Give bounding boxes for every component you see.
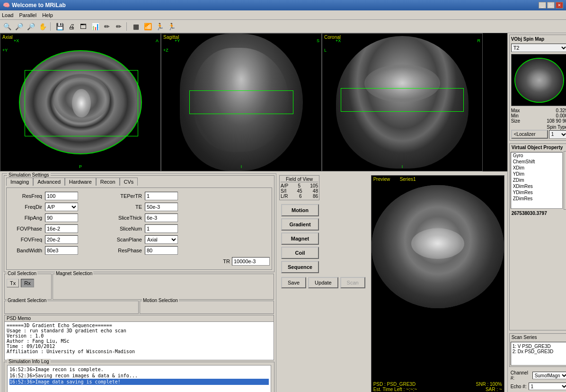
preview-area: Preview Series1: [369, 173, 506, 392]
edit2-icon[interactable]: ✏: [114, 21, 124, 32]
coil-tx-button[interactable]: Tx: [7, 279, 19, 287]
fovfreq-input[interactable]: [45, 235, 78, 244]
scan-series-item-0[interactable]: 1: V PSD_GRE3D: [513, 344, 566, 349]
middle-area: Field of View A/P 5 105 S/I 45: [278, 171, 507, 392]
gradient-button[interactable]: Gradient: [281, 218, 319, 231]
scan-series-title: Scan Series: [510, 334, 566, 341]
echo-row: Echo #: 1: [509, 382, 566, 391]
prop-ydimres[interactable]: YDimRes: [511, 189, 562, 196]
slicethick-input[interactable]: [145, 214, 178, 222]
te-input[interactable]: [145, 203, 178, 211]
save-icon[interactable]: 💾: [54, 21, 65, 32]
zoom-in-icon[interactable]: 🔍: [2, 21, 12, 32]
psd-memo-title: PSD Memo: [5, 315, 274, 322]
vobj-spin-map-panel: VObj Spin Map T1 T2 T2* PD Max 0.329 Min: [509, 35, 566, 141]
bandwidth-label: BandWidth: [9, 248, 44, 253]
chart-icon[interactable]: 📊: [90, 21, 100, 32]
prop-list[interactable]: Gyro ChemShift XDim YDim ZDim XDimRes YD…: [511, 152, 563, 209]
magnet-button[interactable]: Magnet: [281, 232, 319, 245]
prop-scrollbar[interactable]: [564, 151, 566, 210]
vobj-title: VObj Spin Map: [511, 36, 566, 42]
preview-est-time: Est. Time Left : ~:~:~: [373, 387, 417, 392]
freqdir-select[interactable]: A/PR/LS/I: [45, 203, 78, 211]
menu-load[interactable]: Load: [2, 12, 13, 18]
psd-line-1: Usage : run standard 3D gradient echo sc…: [7, 328, 272, 333]
tab-hardware[interactable]: Hardware: [65, 178, 96, 186]
menu-help[interactable]: Help: [42, 12, 53, 18]
scan-button[interactable]: Scan: [340, 277, 365, 288]
tab-recon[interactable]: Recon: [96, 178, 120, 186]
vobj-property-title: Virtual Object Property: [510, 144, 566, 151]
fovphase-input[interactable]: [45, 224, 78, 233]
signal-icon[interactable]: 📶: [142, 21, 153, 32]
tr-input[interactable]: [232, 257, 270, 266]
channel-select[interactable]: SumofMagn Real Imaginary: [532, 372, 566, 379]
scan-series-item-1[interactable]: 2: Dx PSD_GRE3D: [513, 349, 566, 354]
resfreq-input[interactable]: [45, 192, 78, 200]
sagittal-axis-s: S: [317, 38, 319, 43]
localizer-button[interactable]: <Localizer: [511, 130, 548, 139]
tab-cvs[interactable]: CVs: [120, 178, 138, 186]
right-panel: VObj Spin Map T1 T2 T2* PD Max 0.329 Min: [507, 33, 566, 392]
prop-xdimres[interactable]: XDimRes: [511, 183, 562, 189]
echo-select[interactable]: 1: [529, 383, 566, 390]
fov-ap-v2: 105: [310, 183, 318, 188]
fov-ap-label: A/P: [281, 183, 288, 188]
prop-zdim[interactable]: ZDim: [511, 177, 562, 183]
print-icon[interactable]: 🖨: [66, 21, 77, 32]
scanplane-label: ScanPlane: [99, 237, 144, 242]
vobj-size-label: Size: [511, 118, 520, 124]
menu-parallel[interactable]: Parallel: [19, 12, 36, 18]
psd-line-5: Affiliation : University of Wisconsin-Ma…: [7, 349, 272, 354]
coil-button[interactable]: Coil: [281, 247, 319, 259]
vobj-select[interactable]: T1 T2 T2* PD: [511, 44, 566, 52]
coronal-viewer[interactable]: Coronal +X R L I: [322, 33, 483, 171]
grid-icon[interactable]: ▦: [131, 21, 141, 32]
pan-icon[interactable]: ✋: [37, 21, 48, 32]
slicenum-input[interactable]: [145, 224, 178, 233]
update-button[interactable]: Update: [308, 277, 338, 288]
prop-zdimres[interactable]: ZDimRes: [511, 196, 562, 202]
zoom-out-icon[interactable]: 🔎: [14, 21, 24, 32]
vobj-max-label: Max: [511, 108, 520, 113]
tab-imaging[interactable]: Imaging: [6, 178, 33, 186]
resphase-input[interactable]: [145, 246, 178, 255]
prop-ydim[interactable]: YDim: [511, 171, 562, 177]
run-icon[interactable]: 🏃: [154, 21, 165, 32]
simulation-info-log-title: Simulation Info Log: [7, 359, 51, 364]
log-line-0: 16:52:36>Image recon is complete.: [9, 366, 269, 373]
prop-chemshift[interactable]: ChemShift: [511, 159, 562, 165]
minimize-button[interactable]: _: [539, 2, 546, 9]
simulation-info-log-group: Simulation Info Log 16:52:36>Image recon…: [4, 362, 274, 392]
fov-lr-label: L/R: [281, 194, 288, 199]
prop-value-display: 267538030.3797: [510, 210, 566, 217]
sequence-button[interactable]: Sequence: [281, 261, 319, 273]
motion-button[interactable]: Motion: [281, 204, 319, 216]
close-button[interactable]: ✕: [556, 2, 563, 9]
vobj-max-row: Max 0.329: [511, 108, 566, 113]
bandwidth-input[interactable]: [45, 246, 78, 255]
maximize-button[interactable]: □: [547, 2, 555, 9]
scanplane-select[interactable]: AxialSagittalCoronal: [145, 235, 178, 244]
prop-xdim[interactable]: XDim: [511, 165, 562, 171]
prop-gyro[interactable]: Gyro: [511, 152, 562, 159]
save-button[interactable]: Save: [281, 277, 306, 288]
tepertr-input[interactable]: [145, 192, 178, 200]
run2-icon[interactable]: 🏃: [166, 21, 177, 32]
coronal-axis-l: L: [324, 48, 327, 53]
zoom-fit-icon[interactable]: 🔎: [26, 21, 36, 32]
tab-advanced[interactable]: Advanced: [33, 178, 65, 186]
coil-rx-button[interactable]: Rx: [21, 279, 34, 287]
fov-lr-v1: 6: [299, 194, 302, 199]
toolbar: 🔍 🔎 🔎 ✋ 💾 🖨 🗔 📊 ✏ ✏ ▦ 📶 🏃 🏃: [0, 20, 566, 33]
flipang-input[interactable]: [45, 214, 78, 222]
spin-type-select[interactable]: 1: [549, 130, 566, 139]
bottom-section: Simulation Settings Imaging Advanced Har…: [0, 171, 507, 392]
edit-icon[interactable]: ✏: [102, 21, 112, 32]
sagittal-viewer[interactable]: Sagittal +Y +Z S I: [161, 33, 322, 171]
fov-actions-preview: Field of View A/P 5 105 S/I 45: [278, 171, 507, 392]
window-icon[interactable]: 🗔: [78, 21, 88, 32]
axial-viewer[interactable]: Axial +X +Y A P: [0, 33, 161, 171]
fov-row-1: S/I 45 48: [281, 188, 318, 194]
virtual-object-property-panel: Virtual Object Property Gyro ChemShift X…: [509, 143, 566, 330]
